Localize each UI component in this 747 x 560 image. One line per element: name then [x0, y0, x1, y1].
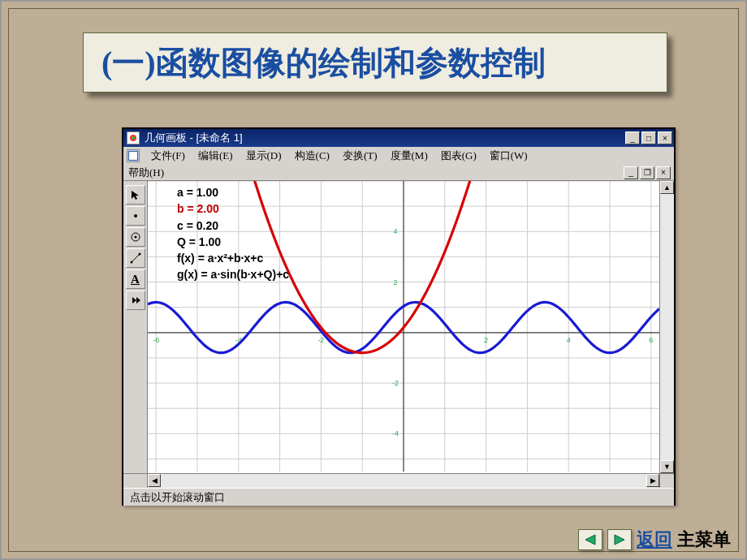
helpbar: 帮助(H) _ ❐ ×	[123, 165, 674, 181]
scroll-track-h[interactable]	[161, 474, 646, 488]
svg-point-8	[138, 253, 140, 256]
menubar: 文件(F) 编辑(E) 显示(D) 构造(C) 变换(T) 度量(M) 图表(G…	[123, 147, 674, 165]
nav-next-button[interactable]	[607, 529, 632, 550]
doc-close-button[interactable]: ×	[656, 166, 671, 179]
scroll-up-button[interactable]: ▲	[660, 181, 674, 194]
minimize-button[interactable]: _	[625, 131, 640, 144]
workarea: A -4-224-6-4-2246 a = 1.00 b = 2.00 c = …	[123, 181, 674, 473]
horizontal-scrollbar[interactable]: ◀ ▶	[148, 474, 659, 488]
nav-back-link[interactable]: 返回	[637, 528, 672, 552]
svg-text:4: 4	[393, 227, 397, 235]
doc-restore-button[interactable]: ❐	[640, 166, 654, 179]
param-b[interactable]: b = 2.00	[177, 200, 289, 217]
app-window: 几何画板 - [未命名 1] _ □ × 文件(F) 编辑(E) 显示(D) 构…	[122, 127, 676, 506]
tool-custom[interactable]	[126, 291, 145, 310]
nav-row: 返回 主菜单	[2, 528, 745, 552]
doc-minimize-button[interactable]: _	[624, 166, 638, 179]
svg-line-6	[132, 254, 140, 262]
vertical-scrollbar[interactable]: ▲ ▼	[659, 181, 674, 473]
menu-construct[interactable]: 构造(C)	[288, 147, 336, 165]
tool-arrow[interactable]	[126, 185, 145, 205]
svg-rect-2	[128, 151, 137, 160]
statusbar: 点击以开始滚动窗口	[123, 488, 674, 506]
menu-edit[interactable]: 编辑(E)	[192, 147, 240, 165]
titlebar[interactable]: 几何画板 - [未命名 1] _ □ ×	[123, 129, 674, 147]
window-title: 几何画板 - [未命名 1]	[145, 131, 243, 145]
svg-text:6: 6	[649, 336, 653, 344]
menu-file[interactable]: 文件(F)	[145, 147, 192, 165]
svg-text:-4: -4	[392, 429, 399, 437]
scroll-right-button[interactable]: ▶	[646, 474, 659, 487]
param-f[interactable]: f(x) = a·x²+b·x+c	[177, 250, 289, 266]
app-icon	[127, 131, 140, 144]
triangle-right-icon	[613, 534, 626, 545]
svg-text:2: 2	[484, 336, 488, 344]
nav-prev-button[interactable]	[578, 529, 602, 550]
param-c[interactable]: c = 0.20	[177, 218, 289, 234]
svg-text:2: 2	[393, 278, 397, 286]
maximize-button[interactable]: □	[641, 131, 656, 144]
status-text: 点击以开始滚动窗口	[130, 490, 225, 505]
nav-main-text[interactable]: 主菜单	[677, 528, 731, 552]
param-a[interactable]: a = 1.00	[177, 184, 289, 200]
tool-text[interactable]: A	[126, 269, 145, 289]
plot-region[interactable]: -4-224-6-4-2246 a = 1.00 b = 2.00 c = 0.…	[148, 181, 659, 473]
svg-point-1	[132, 136, 135, 140]
tool-point[interactable]	[126, 206, 145, 226]
tool-line[interactable]	[126, 248, 145, 268]
svg-point-7	[130, 261, 132, 264]
param-g[interactable]: g(x) = a·sin(b·x+Q)+c	[177, 266, 289, 282]
scroll-down-button[interactable]: ▼	[660, 460, 674, 473]
scroll-track-v[interactable]	[660, 194, 674, 460]
slide-title: (一)函数图像的绘制和参数控制	[101, 41, 546, 85]
tool-circle[interactable]	[126, 227, 145, 247]
svg-text:-6: -6	[153, 336, 159, 344]
menu-display[interactable]: 显示(D)	[240, 147, 288, 165]
menu-measure[interactable]: 度量(M)	[384, 147, 434, 165]
svg-text:-2: -2	[317, 336, 324, 344]
menu-transform[interactable]: 变换(T)	[336, 147, 384, 165]
menu-window[interactable]: 窗口(W)	[483, 147, 534, 165]
triangle-left-icon	[584, 534, 597, 545]
slide-title-box: (一)函数图像的绘制和参数控制	[83, 32, 667, 93]
menu-graph[interactable]: 图表(G)	[434, 147, 483, 165]
toolbar: A	[123, 181, 148, 473]
parameter-list: a = 1.00 b = 2.00 c = 0.20 Q = 1.00 f(x)…	[177, 184, 289, 283]
svg-text:4: 4	[567, 336, 571, 344]
doc-icon	[127, 149, 140, 162]
svg-text:-2: -2	[392, 379, 399, 387]
close-button[interactable]: ×	[658, 131, 672, 144]
param-q[interactable]: Q = 1.00	[177, 234, 289, 250]
svg-point-3	[134, 214, 137, 218]
menu-help[interactable]: 帮助(H)	[128, 164, 171, 182]
scroll-left-button[interactable]: ◀	[148, 474, 161, 487]
svg-point-5	[134, 236, 136, 239]
